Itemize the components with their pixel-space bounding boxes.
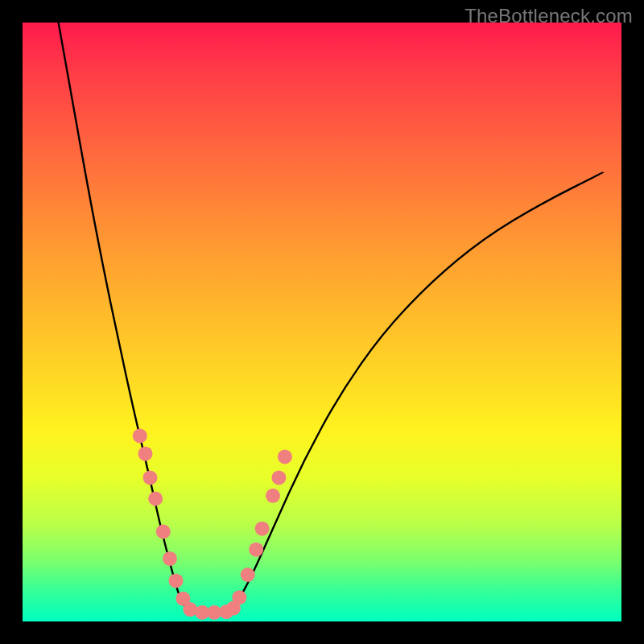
highlight-dot xyxy=(143,470,158,485)
highlight-dot xyxy=(163,551,177,566)
watermark-text: TheBottleneck.com xyxy=(464,5,633,27)
highlight-dot xyxy=(249,543,263,557)
bottleneck-curve xyxy=(23,23,621,621)
highlight-dot xyxy=(241,568,255,582)
highlight-dot xyxy=(266,489,280,503)
highlight-dot xyxy=(138,447,153,461)
highlight-dot xyxy=(156,524,171,539)
chart-area xyxy=(23,23,621,621)
highlight-dot xyxy=(232,590,246,605)
highlight-dot xyxy=(148,492,163,506)
highlight-dot xyxy=(278,449,292,464)
highlight-dot xyxy=(169,573,184,588)
highlight-dot xyxy=(271,470,286,485)
curve-path xyxy=(59,23,604,613)
highlight-dot xyxy=(255,522,270,536)
highlight-dot xyxy=(133,428,147,443)
